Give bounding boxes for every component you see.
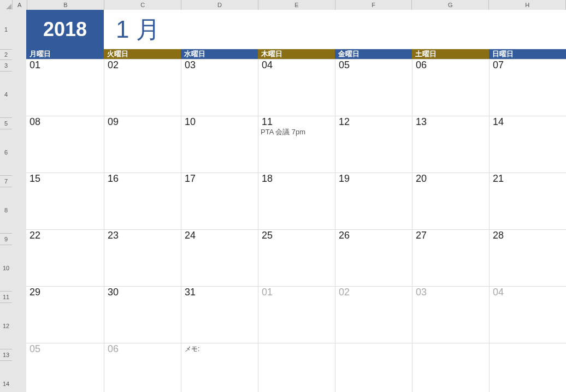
date-cell[interactable]: 16 — [104, 173, 181, 183]
note-cell[interactable] — [26, 240, 104, 286]
date-cell[interactable] — [258, 343, 335, 354]
date-cell[interactable]: 12 — [335, 116, 412, 127]
date-cell[interactable] — [335, 343, 412, 354]
note-cell[interactable] — [489, 183, 566, 229]
note-cell[interactable] — [489, 70, 566, 116]
date-cell[interactable]: 29 — [26, 286, 104, 297]
row-header-10[interactable]: 10 — [0, 245, 12, 292]
date-cell[interactable]: 24 — [181, 229, 258, 240]
date-cell[interactable]: 07 — [489, 59, 566, 70]
cell-A8[interactable] — [12, 183, 26, 229]
row-header-3[interactable]: 3 — [0, 60, 12, 72]
note-cell[interactable] — [258, 240, 335, 286]
note-cell[interactable] — [258, 70, 335, 116]
note-cell[interactable] — [181, 127, 258, 173]
row-header-4[interactable]: 4 — [0, 72, 12, 118]
date-cell[interactable]: 19 — [335, 173, 412, 183]
col-header-D[interactable]: D — [181, 0, 258, 10]
date-cell[interactable]: 02 — [335, 286, 412, 297]
note-cell[interactable] — [258, 297, 335, 343]
date-cell[interactable]: 15 — [26, 173, 104, 183]
note-cell[interactable] — [26, 354, 104, 392]
row-header-2[interactable]: 2 — [0, 50, 12, 60]
cell-A5[interactable] — [12, 116, 26, 127]
date-cell[interactable]: 31 — [181, 286, 258, 297]
col-header-A[interactable]: A — [13, 0, 27, 10]
year-cell[interactable]: 2018 — [26, 10, 104, 49]
note-cell[interactable]: PTA 会議 7pm — [258, 127, 335, 173]
date-cell[interactable] — [412, 343, 489, 354]
cell-A10[interactable] — [12, 240, 26, 286]
col-header-E[interactable]: E — [258, 0, 335, 10]
note-cell[interactable] — [412, 183, 489, 229]
col-header-F[interactable]: F — [335, 0, 412, 10]
note-cell[interactable] — [104, 297, 181, 343]
note-cell[interactable] — [104, 354, 181, 392]
note-cell[interactable] — [412, 354, 489, 392]
date-cell[interactable]: 28 — [489, 229, 566, 240]
note-cell[interactable] — [26, 183, 104, 229]
date-cell[interactable]: 05 — [26, 343, 104, 354]
weekday-sat[interactable]: 土曜日 — [412, 49, 489, 59]
date-cell[interactable]: 10 — [181, 116, 258, 127]
row-header-9[interactable]: 9 — [0, 234, 12, 245]
note-cell[interactable] — [181, 297, 258, 343]
cell-A3[interactable] — [12, 59, 26, 70]
note-cell[interactable] — [412, 297, 489, 343]
date-cell[interactable]: 08 — [26, 116, 104, 127]
note-cell[interactable] — [335, 297, 412, 343]
note-cell[interactable] — [26, 127, 104, 173]
note-cell[interactable] — [412, 240, 489, 286]
date-cell[interactable]: 01 — [26, 59, 104, 70]
row-header-6[interactable]: 6 — [0, 129, 12, 176]
month-cell[interactable]: 1 月 — [104, 10, 566, 49]
cell-A13[interactable] — [12, 343, 26, 354]
date-cell[interactable]: 18 — [258, 173, 335, 183]
note-cell[interactable] — [489, 240, 566, 286]
date-cell[interactable]: 17 — [181, 173, 258, 183]
memo-label-cell[interactable]: メモ: — [181, 343, 258, 354]
cell-A7[interactable] — [12, 173, 26, 183]
note-cell[interactable] — [489, 127, 566, 173]
date-cell[interactable]: 03 — [412, 286, 489, 297]
note-cell[interactable] — [335, 127, 412, 173]
row-header-8[interactable]: 8 — [0, 187, 12, 234]
note-cell[interactable] — [181, 354, 258, 392]
select-all-corner[interactable] — [0, 0, 13, 10]
cell-A12[interactable] — [12, 297, 26, 343]
row-header-11[interactable]: 11 — [0, 292, 12, 303]
note-cell[interactable] — [335, 240, 412, 286]
note-cell[interactable] — [181, 240, 258, 286]
col-header-H[interactable]: H — [489, 0, 566, 10]
cell-A11[interactable] — [12, 286, 26, 297]
date-cell[interactable]: 13 — [412, 116, 489, 127]
row-header-7[interactable]: 7 — [0, 176, 12, 187]
row-header-12[interactable]: 12 — [0, 303, 12, 349]
date-cell[interactable]: 30 — [104, 286, 181, 297]
weekday-thu[interactable]: 木曜日 — [258, 49, 335, 59]
note-cell[interactable] — [104, 127, 181, 173]
note-cell[interactable] — [335, 70, 412, 116]
date-cell[interactable]: 06 — [412, 59, 489, 70]
note-cell[interactable] — [26, 297, 104, 343]
date-cell[interactable]: 26 — [335, 229, 412, 240]
note-cell[interactable] — [412, 70, 489, 116]
row-header-5[interactable]: 5 — [0, 118, 12, 129]
weekday-mon[interactable]: 月曜日 — [26, 49, 104, 59]
cell-A2[interactable] — [12, 49, 26, 59]
col-header-B[interactable]: B — [27, 0, 105, 10]
weekday-sun[interactable]: 日曜日 — [489, 49, 566, 59]
note-cell[interactable] — [412, 127, 489, 173]
weekday-tue[interactable]: 火曜日 — [104, 49, 181, 59]
date-cell[interactable]: 04 — [258, 59, 335, 70]
note-cell[interactable] — [104, 70, 181, 116]
note-cell[interactable] — [104, 183, 181, 229]
date-cell[interactable]: 23 — [104, 229, 181, 240]
note-cell[interactable] — [489, 297, 566, 343]
note-cell[interactable] — [335, 354, 412, 392]
date-cell[interactable]: 05 — [335, 59, 412, 70]
note-cell[interactable] — [258, 354, 335, 392]
note-cell[interactable] — [258, 183, 335, 229]
date-cell[interactable]: 20 — [412, 173, 489, 183]
weekday-fri[interactable]: 金曜日 — [335, 49, 412, 59]
